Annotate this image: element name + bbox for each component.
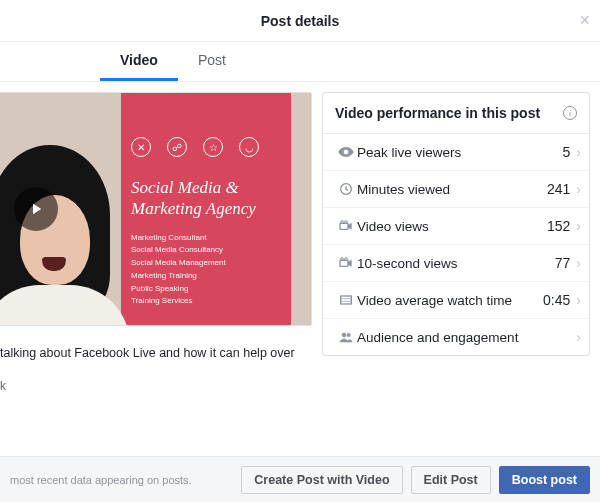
boost-post-button[interactable]: Boost post bbox=[499, 466, 590, 494]
panel-header: Video performance in this post i bbox=[323, 93, 589, 134]
svg-rect-7 bbox=[341, 296, 352, 304]
modal-title: Post details bbox=[261, 13, 340, 29]
svg-point-10 bbox=[342, 333, 346, 337]
modal-body: ✕☍☆◡ Social Media & Marketing Agency Mar… bbox=[0, 82, 600, 456]
video-card: ✕☍☆◡ Social Media & Marketing Agency Mar… bbox=[0, 92, 312, 326]
chevron-right-icon: › bbox=[576, 181, 581, 197]
chevron-right-icon: › bbox=[576, 292, 581, 308]
play-icon[interactable] bbox=[14, 187, 58, 231]
metric-audience-engagement[interactable]: Audience and engagement › bbox=[323, 319, 589, 355]
banner: ✕☍☆◡ Social Media & Marketing Agency Mar… bbox=[121, 93, 291, 325]
post-caption: talking about Facebook Live and how it c… bbox=[0, 326, 312, 404]
presenter bbox=[0, 135, 130, 325]
svg-point-2 bbox=[341, 221, 344, 224]
camera-icon bbox=[335, 218, 357, 234]
people-icon bbox=[335, 329, 357, 345]
tabs: Video Post bbox=[0, 42, 600, 82]
modal-footer: most recent data appearing on posts. Cre… bbox=[0, 456, 600, 502]
tab-post[interactable]: Post bbox=[178, 42, 246, 81]
metric-peak-live-viewers[interactable]: Peak live viewers 5 › bbox=[323, 134, 589, 171]
metric-video-views[interactable]: Video views 152 › bbox=[323, 208, 589, 245]
metric-minutes-viewed[interactable]: Minutes viewed 241 › bbox=[323, 171, 589, 208]
eye-icon bbox=[335, 144, 357, 160]
footer-note: most recent data appearing on posts. bbox=[10, 474, 233, 486]
panel-title: Video performance in this post bbox=[335, 105, 540, 121]
svg-point-5 bbox=[341, 258, 344, 261]
video-thumbnail[interactable]: ✕☍☆◡ Social Media & Marketing Agency Mar… bbox=[0, 93, 311, 325]
svg-rect-4 bbox=[340, 260, 348, 266]
create-post-with-video-button[interactable]: Create Post with Video bbox=[241, 466, 402, 494]
post-preview: ✕☍☆◡ Social Media & Marketing Agency Mar… bbox=[0, 92, 312, 456]
chevron-right-icon: › bbox=[576, 255, 581, 271]
chevron-right-icon: › bbox=[576, 218, 581, 234]
svg-point-11 bbox=[347, 333, 350, 336]
filmstrip-icon bbox=[335, 292, 357, 308]
camera-icon bbox=[335, 255, 357, 271]
edit-post-button[interactable]: Edit Post bbox=[411, 466, 491, 494]
performance-panel-container: Video performance in this post i Peak li… bbox=[312, 92, 590, 456]
chevron-right-icon: › bbox=[576, 329, 581, 345]
chevron-right-icon: › bbox=[576, 144, 581, 160]
clock-icon bbox=[335, 181, 357, 197]
metric-10-second-views[interactable]: 10-second views 77 › bbox=[323, 245, 589, 282]
tab-video[interactable]: Video bbox=[100, 42, 178, 81]
svg-point-3 bbox=[345, 221, 348, 224]
metric-average-watch-time[interactable]: Video average watch time 0:45 › bbox=[323, 282, 589, 319]
info-icon[interactable]: i bbox=[563, 106, 577, 120]
performance-panel: Video performance in this post i Peak li… bbox=[322, 92, 590, 356]
svg-rect-1 bbox=[340, 223, 348, 229]
modal-header: Post details × bbox=[0, 0, 600, 42]
svg-point-6 bbox=[345, 258, 348, 261]
close-icon[interactable]: × bbox=[579, 10, 590, 31]
banner-headline: Social Media & Marketing Agency bbox=[131, 177, 281, 220]
